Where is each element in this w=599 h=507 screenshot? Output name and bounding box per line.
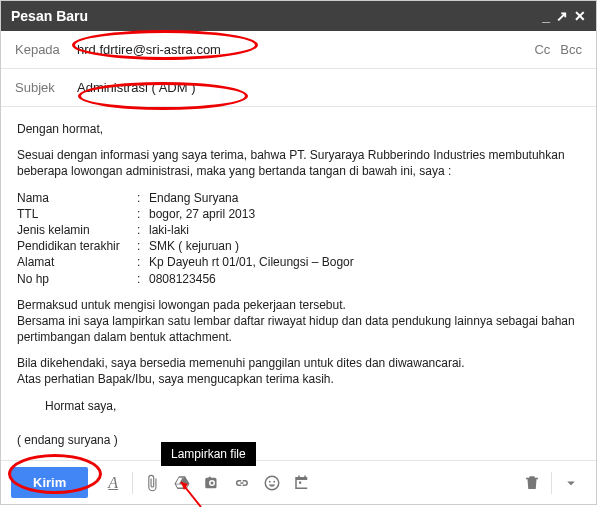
close-icon[interactable]: ✕ bbox=[574, 9, 586, 23]
detail-row: TTL:bogor, 27 april 2013 bbox=[17, 206, 580, 222]
attach-tooltip: Lampirkan file bbox=[161, 442, 256, 466]
bcc-button[interactable]: Bcc bbox=[560, 42, 582, 57]
minimize-icon[interactable]: _ bbox=[542, 9, 550, 23]
expand-icon[interactable]: ↗ bbox=[556, 9, 568, 23]
cc-button[interactable]: Cc bbox=[534, 42, 550, 57]
trash-icon[interactable] bbox=[519, 470, 545, 496]
detail-row: Nama:Endang Suryana bbox=[17, 190, 580, 206]
more-icon[interactable] bbox=[558, 470, 584, 496]
compose-toolbar: Kirim A bbox=[1, 460, 596, 504]
window-title: Pesan Baru bbox=[11, 8, 88, 24]
closing: Hormat saya, bbox=[17, 398, 580, 414]
greeting: Dengan hormat, bbox=[17, 121, 580, 137]
photo-icon[interactable] bbox=[199, 470, 225, 496]
link-icon[interactable] bbox=[229, 470, 255, 496]
detail-row: Pendidikan terakhir:SMK ( kejuruan ) bbox=[17, 238, 580, 254]
calendar-icon[interactable] bbox=[289, 470, 315, 496]
compose-window: Pesan Baru _ ↗ ✕ Kepada hrd.fdrtire@sri-… bbox=[0, 0, 597, 505]
message-body[interactable]: Dengan hormat, Sesuai dengan informasi y… bbox=[1, 107, 596, 460]
detail-row: Jenis kelamin:laki-laki bbox=[17, 222, 580, 238]
drive-icon[interactable] bbox=[169, 470, 195, 496]
titlebar: Pesan Baru _ ↗ ✕ bbox=[1, 1, 596, 31]
paragraph: Bila dikehendaki, saya bersedia memenuhi… bbox=[17, 355, 580, 387]
detail-row: Alamat:Kp Dayeuh rt 01/01, Cileungsi – B… bbox=[17, 254, 580, 270]
subject-row[interactable]: Subjek Administrasi ( ADM ) bbox=[1, 69, 596, 107]
to-label: Kepada bbox=[15, 42, 77, 57]
details-block: Nama:Endang Suryana TTL:bogor, 27 april … bbox=[17, 190, 580, 287]
subject-value[interactable]: Administrasi ( ADM ) bbox=[77, 80, 582, 95]
signature: ( endang suryana ) bbox=[17, 432, 580, 448]
detail-row: No hp:0808123456 bbox=[17, 271, 580, 287]
separator bbox=[551, 472, 552, 494]
subject-label: Subjek bbox=[15, 80, 77, 95]
intro-paragraph: Sesuai dengan informasi yang saya terima… bbox=[17, 147, 580, 179]
emoji-icon[interactable] bbox=[259, 470, 285, 496]
paragraph: Bermaksud untuk mengisi lowongan pada pe… bbox=[17, 297, 580, 346]
attach-icon[interactable] bbox=[139, 470, 165, 496]
send-button[interactable]: Kirim bbox=[11, 467, 88, 498]
separator bbox=[132, 472, 133, 494]
format-icon[interactable]: A bbox=[100, 470, 126, 496]
to-value[interactable]: hrd.fdrtire@sri-astra.com bbox=[77, 42, 524, 57]
to-row[interactable]: Kepada hrd.fdrtire@sri-astra.com Cc Bcc bbox=[1, 31, 596, 69]
